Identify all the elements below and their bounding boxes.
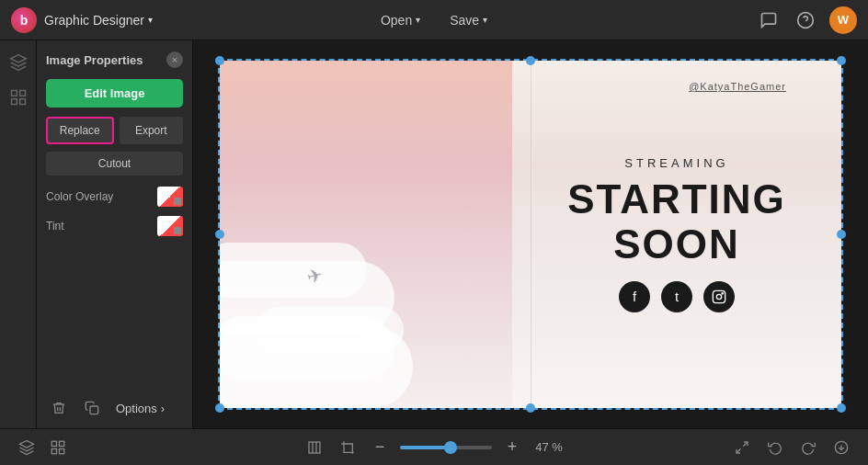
app-name: Graphic Designer ▾ <box>44 13 153 28</box>
svg-point-10 <box>722 293 723 294</box>
svg-point-9 <box>716 294 721 299</box>
svg-rect-7 <box>90 406 98 414</box>
svg-line-19 <box>743 442 748 447</box>
handle-bottom-mid[interactable] <box>526 403 535 413</box>
canvas-background: ✈ @KatyaTheGamer STREAMING STARTING SOON… <box>220 61 841 408</box>
export-button[interactable]: Export <box>120 117 184 144</box>
zoom-label: 47 % <box>532 440 565 454</box>
nav-right: W <box>756 6 857 34</box>
open-chevron: ▾ <box>416 15 420 25</box>
panel-close-button[interactable]: × <box>166 51 183 68</box>
handle-top-right[interactable] <box>837 56 846 65</box>
user-avatar[interactable]: W <box>829 6 857 34</box>
download-button[interactable] <box>829 436 853 459</box>
panel-header: Image Properties × <box>46 51 183 68</box>
svg-marker-11 <box>20 440 34 448</box>
svg-rect-6 <box>19 99 25 105</box>
panel-title: Image Properties <box>46 53 143 67</box>
edit-image-button[interactable]: Edit Image <box>46 79 183 108</box>
username-text: @KatyaTheGamer <box>689 81 786 92</box>
frame-icon-button[interactable] <box>303 436 326 459</box>
fit-icon-button[interactable] <box>730 436 754 459</box>
bottom-bar: − + 47 % <box>0 428 868 465</box>
tint-swatch[interactable] <box>157 216 183 236</box>
svg-rect-14 <box>51 448 56 453</box>
svg-rect-8 <box>713 290 725 302</box>
undo-button[interactable] <box>763 436 787 459</box>
handle-mid-right[interactable] <box>837 230 846 239</box>
duplicate-icon-button[interactable] <box>79 395 105 421</box>
svg-rect-12 <box>51 441 56 446</box>
canvas-divider <box>531 61 531 408</box>
cutout-button[interactable]: Cutout <box>46 152 183 176</box>
action-row: Replace Export <box>46 117 183 144</box>
design-canvas: ✈ @KatyaTheGamer STREAMING STARTING SOON… <box>218 59 843 410</box>
bottom-left <box>15 436 70 459</box>
zoom-out-button[interactable]: − <box>369 437 391 459</box>
pages-bottom-icon[interactable] <box>46 436 70 459</box>
zoom-in-button[interactable]: + <box>501 437 523 459</box>
color-overlay-label: Color Overlay <box>46 190 113 203</box>
help-icon-button[interactable] <box>793 7 818 33</box>
svg-rect-4 <box>19 91 25 96</box>
nav-center: Open ▾ Save ▾ <box>373 9 495 31</box>
top-nav: b Graphic Designer ▾ Open ▾ Save ▾ <box>0 0 868 40</box>
handle-top-mid[interactable] <box>526 56 535 65</box>
save-chevron: ▾ <box>483 15 487 25</box>
bottom-right <box>730 436 853 459</box>
streaming-label: STREAMING <box>624 156 728 170</box>
svg-rect-15 <box>60 448 64 453</box>
pages-strip-icon[interactable] <box>4 83 33 112</box>
handle-bottom-left[interactable] <box>215 403 224 413</box>
color-overlay-row: Color Overlay <box>46 187 183 207</box>
facebook-icon: f <box>619 281 650 312</box>
svg-rect-5 <box>11 99 17 105</box>
open-button[interactable]: Open ▾ <box>373 9 428 31</box>
canvas-area[interactable]: ✈ @KatyaTheGamer STREAMING STARTING SOON… <box>193 40 868 428</box>
sky-left: ✈ <box>220 61 512 408</box>
handle-top-left[interactable] <box>215 56 224 65</box>
zoom-slider[interactable] <box>400 446 492 449</box>
color-overlay-swatch[interactable] <box>157 187 183 207</box>
app-name-chevron[interactable]: ▾ <box>148 15 153 25</box>
crop-icon-button[interactable] <box>336 436 360 459</box>
app-logo: b <box>11 7 37 33</box>
handle-bottom-right[interactable] <box>837 403 846 413</box>
tumblr-icon: t <box>661 281 692 312</box>
svg-rect-3 <box>11 91 17 96</box>
main-area: Image Properties × Edit Image Replace Ex… <box>0 40 868 428</box>
starting-soon-text: STARTING SOON <box>567 177 786 267</box>
social-icons: f t <box>619 281 735 312</box>
svg-rect-16 <box>309 442 320 453</box>
tint-label: Tint <box>46 220 64 232</box>
svg-line-20 <box>737 448 741 453</box>
bottom-center: − + 47 % <box>303 436 565 459</box>
left-strip <box>0 40 37 428</box>
layers-bottom-icon[interactable] <box>15 436 39 459</box>
replace-button[interactable]: Replace <box>46 117 114 144</box>
image-properties-panel: Image Properties × Edit Image Replace Ex… <box>37 40 193 428</box>
save-button[interactable]: Save ▾ <box>442 9 495 31</box>
svg-rect-13 <box>60 441 64 446</box>
options-button[interactable]: Options › <box>116 402 165 415</box>
sky-right: @KatyaTheGamer STREAMING STARTING SOON f… <box>512 61 841 408</box>
handle-mid-left[interactable] <box>215 230 224 239</box>
chat-icon-button[interactable] <box>756 7 782 33</box>
delete-icon-button[interactable] <box>46 395 72 421</box>
zoom-thumb[interactable] <box>444 441 457 454</box>
instagram-icon <box>703 281 735 312</box>
layers-strip-icon[interactable] <box>4 48 33 77</box>
svg-marker-2 <box>10 55 26 62</box>
tint-row: Tint <box>46 216 183 236</box>
panel-bottom: Options › <box>46 395 183 421</box>
redo-button[interactable] <box>796 436 820 459</box>
